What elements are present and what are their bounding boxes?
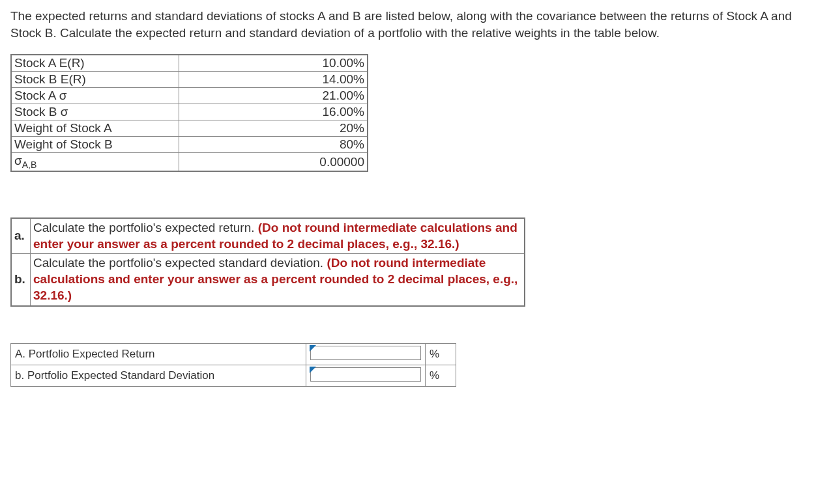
portfolio-std-dev-input[interactable] [310,367,421,382]
row-label: Stock A E(R) [11,55,179,72]
table-row-covariance: σA,B 0.00000 [11,153,368,171]
row-value: 20% [179,120,368,137]
answer-unit-a: % [426,343,456,365]
row-value: 10.00% [179,55,368,72]
row-value: 21.00% [179,88,368,104]
part-text-b: Calculate the portfolio's expected stand… [31,254,525,306]
answer-label-b: b. Portfolio Expected Standard Deviation [11,365,306,386]
subparts-table: a. Calculate the portfolio's expected re… [10,217,525,306]
answer-row-b: b. Portfolio Expected Standard Deviation… [11,365,456,386]
table-row: Stock A σ 21.00% [11,88,368,104]
answer-table: A. Portfolio Expected Return % b. Portfo… [10,343,456,387]
answer-input-cell-b [306,365,426,386]
table-row: Weight of Stock A 20% [11,120,368,137]
table-row: Stock B E(R) 14.00% [11,72,368,88]
row-value: 0.00000 [179,153,368,171]
row-label: σA,B [11,153,179,171]
row-value: 80% [179,137,368,153]
portfolio-expected-return-input[interactable] [310,346,421,360]
row-value: 14.00% [179,72,368,88]
table-row: Stock B σ 16.00% [11,104,368,120]
answer-row-a: A. Portfolio Expected Return % [11,343,456,365]
row-label: Weight of Stock A [11,120,179,137]
table-row: Stock A E(R) 10.00% [11,55,368,72]
part-row-b: b. Calculate the portfolio's expected st… [11,254,525,306]
part-letter-b: b. [11,254,31,306]
input-flag-icon [310,345,316,352]
part-row-a: a. Calculate the portfolio's expected re… [11,218,525,254]
answer-label-a: A. Portfolio Expected Return [11,343,306,365]
part-letter-a: a. [11,218,31,254]
answer-unit-b: % [426,365,456,386]
inputs-table: Stock A E(R) 10.00% Stock B E(R) 14.00% … [10,54,368,172]
row-label: Stock A σ [11,88,179,104]
row-value: 16.00% [179,104,368,120]
row-label: Stock B σ [11,104,179,120]
table-row: Weight of Stock B 80% [11,137,368,153]
answer-input-cell-a [306,343,426,365]
input-flag-icon [310,367,316,373]
row-label: Stock B E(R) [11,72,179,88]
part-text-a: Calculate the portfolio's expected retur… [31,218,525,254]
row-label: Weight of Stock B [11,137,179,153]
question-text: The expected returns and standard deviat… [10,8,806,41]
